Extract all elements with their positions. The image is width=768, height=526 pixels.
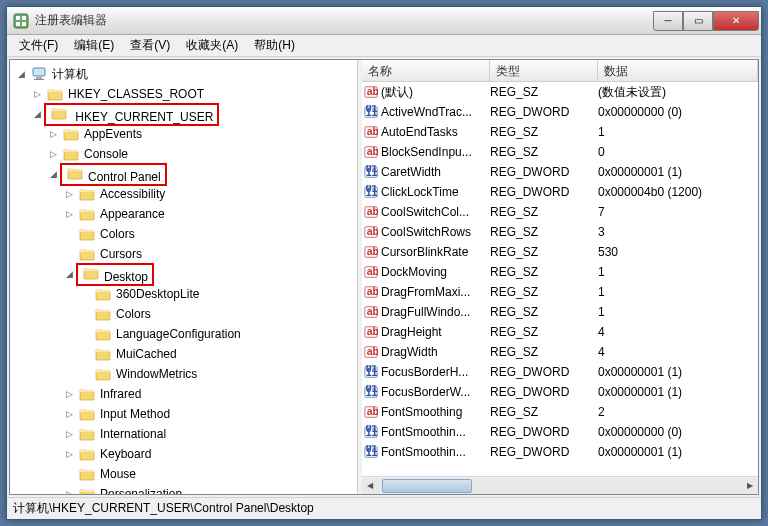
tree-desktop-colors[interactable]: Colors	[78, 304, 357, 324]
expand-icon[interactable]: ▷	[46, 147, 60, 161]
expand-icon[interactable]: ▷	[62, 447, 76, 461]
list-row[interactable]: AutoEndTasksREG_SZ1	[362, 122, 758, 142]
list-row[interactable]: CoolSwitchRowsREG_SZ3	[362, 222, 758, 242]
maximize-button[interactable]: ▭	[683, 11, 713, 31]
list-row[interactable]: FontSmoothin...REG_DWORD0x00000000 (0)	[362, 422, 758, 442]
value-name: FocusBorderW...	[381, 385, 470, 399]
tree-hkcr[interactable]: ▷ HKEY_CLASSES_ROOT	[30, 84, 357, 104]
list-row[interactable]: DragFullWindo...REG_SZ1	[362, 302, 758, 322]
tree-desktop[interactable]: ◢Desktop	[62, 264, 357, 284]
tree-international[interactable]: ▷International	[62, 424, 357, 444]
column-header-name[interactable]: 名称	[362, 60, 490, 81]
column-header-data[interactable]: 数据	[598, 60, 758, 81]
value-data: 4	[598, 345, 756, 359]
tree-mouse[interactable]: Mouse	[62, 464, 357, 484]
tree-label: 360DesktopLite	[114, 287, 201, 301]
horizontal-scrollbar[interactable]: ◀ ▶	[362, 476, 758, 494]
tree-360desktoplite[interactable]: 360DesktopLite	[78, 284, 357, 304]
folder-icon	[79, 426, 95, 442]
tree-appevents[interactable]: ▷AppEvents	[46, 124, 357, 144]
menu-file[interactable]: 文件(F)	[11, 35, 66, 56]
registry-editor-window: 注册表编辑器 ─ ▭ ✕ 文件(F) 编辑(E) 查看(V) 收藏夹(A) 帮助…	[6, 6, 762, 520]
tree-appearance[interactable]: ▷Appearance	[62, 204, 357, 224]
tree-input-method[interactable]: ▷Input Method	[62, 404, 357, 424]
tree-keyboard[interactable]: ▷Keyboard	[62, 444, 357, 464]
scroll-right-button[interactable]: ▶	[742, 478, 758, 494]
scroll-thumb[interactable]	[382, 479, 472, 493]
list-header: 名称 类型 数据	[362, 60, 758, 82]
value-type: REG_SZ	[490, 345, 598, 359]
tree-control-panel[interactable]: ◢Control Panel	[46, 164, 357, 184]
list-row[interactable]: FontSmoothingREG_SZ2	[362, 402, 758, 422]
expand-icon[interactable]: ▷	[30, 87, 44, 101]
value-name: ActiveWndTrac...	[381, 105, 472, 119]
menu-favorites[interactable]: 收藏夹(A)	[178, 35, 246, 56]
list-body[interactable]: (默认)REG_SZ(数值未设置)ActiveWndTrac...REG_DWO…	[362, 82, 758, 476]
menu-view[interactable]: 查看(V)	[122, 35, 178, 56]
list-row[interactable]: ActiveWndTrac...REG_DWORD0x00000000 (0)	[362, 102, 758, 122]
list-row[interactable]: BlockSendInpu...REG_SZ0	[362, 142, 758, 162]
list-row[interactable]: (默认)REG_SZ(数值未设置)	[362, 82, 758, 102]
tree-root[interactable]: ◢ 计算机	[10, 64, 357, 84]
tree-pane[interactable]: ◢ 计算机 ▷ HKEY_CLASSES_ROOT ◢ HKEY_CURRENT…	[10, 60, 358, 494]
expand-icon[interactable]: ▷	[62, 207, 76, 221]
expand-icon[interactable]: ▷	[46, 127, 60, 141]
tree-label: Infrared	[98, 387, 143, 401]
tree-hkcu[interactable]: ◢ HKEY_CURRENT_USER	[30, 104, 357, 124]
list-row[interactable]: DragWidthREG_SZ4	[362, 342, 758, 362]
tree-muicached[interactable]: MuiCached	[78, 344, 357, 364]
menu-help[interactable]: 帮助(H)	[246, 35, 303, 56]
tree-infrared[interactable]: ▷Infrared	[62, 384, 357, 404]
collapse-icon[interactable]: ◢	[46, 167, 60, 181]
list-row[interactable]: FontSmoothin...REG_DWORD0x00000001 (1)	[362, 442, 758, 462]
list-row[interactable]: FocusBorderH...REG_DWORD0x00000001 (1)	[362, 362, 758, 382]
value-data: (数值未设置)	[598, 84, 756, 101]
folder-icon	[79, 226, 95, 242]
value-dw-icon	[364, 365, 378, 379]
close-button[interactable]: ✕	[713, 11, 759, 31]
menu-edit[interactable]: 编辑(E)	[66, 35, 122, 56]
titlebar[interactable]: 注册表编辑器 ─ ▭ ✕	[7, 7, 761, 35]
value-type: REG_SZ	[490, 325, 598, 339]
scroll-left-button[interactable]: ◀	[362, 478, 378, 494]
column-header-type[interactable]: 类型	[490, 60, 598, 81]
list-row[interactable]: FocusBorderW...REG_DWORD0x00000001 (1)	[362, 382, 758, 402]
collapse-icon[interactable]: ◢	[62, 267, 76, 281]
expand-icon[interactable]: ▷	[62, 487, 76, 494]
tree-console[interactable]: ▷Console	[46, 144, 357, 164]
expand-icon[interactable]: ▷	[62, 387, 76, 401]
collapse-icon[interactable]: ◢	[14, 67, 28, 81]
value-name: BlockSendInpu...	[381, 145, 472, 159]
tree-langconfig[interactable]: LanguageConfiguration	[78, 324, 357, 344]
value-name: FontSmoothin...	[381, 425, 466, 439]
collapse-icon[interactable]: ◢	[30, 107, 44, 121]
expand-icon[interactable]: ▷	[62, 407, 76, 421]
tree-label: LanguageConfiguration	[114, 327, 243, 341]
tree-cursors[interactable]: Cursors	[62, 244, 357, 264]
list-row[interactable]: CursorBlinkRateREG_SZ530	[362, 242, 758, 262]
value-type: REG_DWORD	[490, 385, 598, 399]
tree-windowmetrics[interactable]: WindowMetrics	[78, 364, 357, 384]
list-row[interactable]: CaretWidthREG_DWORD0x00000001 (1)	[362, 162, 758, 182]
list-row[interactable]: DragFromMaxi...REG_SZ1	[362, 282, 758, 302]
statusbar: 计算机\HKEY_CURRENT_USER\Control Panel\Desk…	[7, 497, 761, 519]
list-row[interactable]: CoolSwitchCol...REG_SZ7	[362, 202, 758, 222]
folder-icon	[83, 265, 99, 281]
minimize-button[interactable]: ─	[653, 11, 683, 31]
tree-colors[interactable]: Colors	[62, 224, 357, 244]
tree-personalization[interactable]: ▷Personalization	[62, 484, 357, 494]
tree-accessibility[interactable]: ▷Accessibility	[62, 184, 357, 204]
list-row[interactable]: DragHeightREG_SZ4	[362, 322, 758, 342]
content-area: ◢ 计算机 ▷ HKEY_CLASSES_ROOT ◢ HKEY_CURRENT…	[9, 59, 759, 495]
value-type: REG_SZ	[490, 145, 598, 159]
list-row[interactable]: DockMovingREG_SZ1	[362, 262, 758, 282]
value-name: (默认)	[381, 84, 413, 101]
tree-label: International	[98, 427, 168, 441]
list-row[interactable]: ClickLockTimeREG_DWORD0x000004b0 (1200)	[362, 182, 758, 202]
value-sz-icon	[364, 405, 378, 419]
value-data: 0	[598, 145, 756, 159]
expand-icon[interactable]: ▷	[62, 427, 76, 441]
tree-label: Accessibility	[98, 187, 167, 201]
expand-icon[interactable]: ▷	[62, 187, 76, 201]
value-type: REG_SZ	[490, 225, 598, 239]
